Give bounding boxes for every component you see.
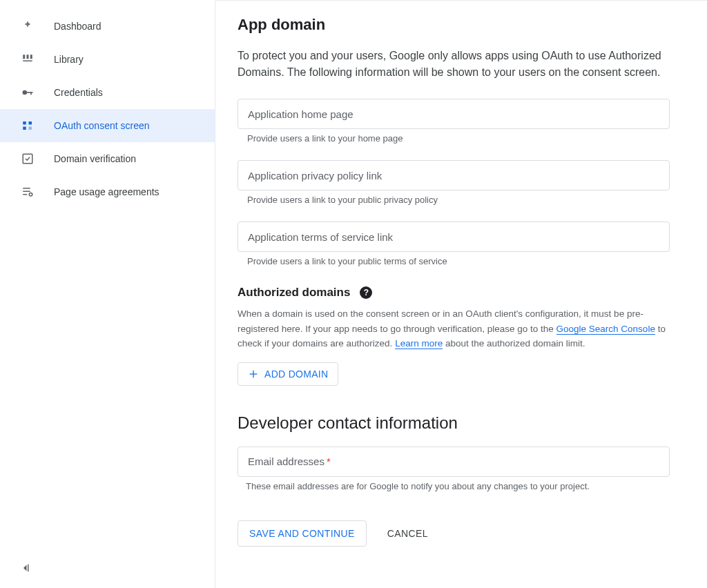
input-placeholder: Application terms of service link xyxy=(248,231,393,243)
svg-rect-16 xyxy=(28,565,29,572)
sidebar-item-label: Page usage agreements xyxy=(54,186,159,197)
chevron-left-icon xyxy=(19,562,32,574)
terms-of-service-link-input[interactable]: Application terms of service link xyxy=(238,222,670,252)
sidebar-item-label: Credentials xyxy=(54,87,103,98)
svg-point-4 xyxy=(23,90,28,95)
application-home-page-input[interactable]: Application home page xyxy=(238,99,670,129)
svg-rect-3 xyxy=(23,61,32,62)
google-search-console-link[interactable]: Google Search Console xyxy=(556,324,655,335)
sidebar-item-domain-verification[interactable]: Domain verification xyxy=(0,142,215,175)
add-domain-button[interactable]: ADD DOMAIN xyxy=(238,362,338,386)
save-and-continue-button[interactable]: SAVE AND CONTINUE xyxy=(238,520,367,547)
dashboard-icon xyxy=(21,19,35,33)
sidebar-item-dashboard[interactable]: Dashboard xyxy=(0,10,215,43)
sidebar-item-label: Library xyxy=(54,54,84,65)
svg-point-15 xyxy=(29,193,32,197)
home-page-helper: Provide users a link to your home page xyxy=(238,133,688,144)
library-icon xyxy=(21,52,35,66)
help-icon[interactable]: ? xyxy=(360,286,372,299)
email-helper: These email addresses are for Google to … xyxy=(238,481,688,491)
cancel-button[interactable]: CANCEL xyxy=(387,528,428,539)
key-icon xyxy=(21,86,35,99)
sidebar-item-label: Dashboard xyxy=(54,21,101,32)
svg-rect-10 xyxy=(29,127,32,130)
main-content: App domain To protect you and your users… xyxy=(215,0,707,588)
authorized-domains-description: When a domain is used on the consent scr… xyxy=(238,306,679,351)
svg-rect-0 xyxy=(23,55,25,59)
sidebar-item-label: OAuth consent screen xyxy=(54,120,150,131)
plus-icon xyxy=(248,369,259,380)
svg-rect-2 xyxy=(30,55,32,59)
input-placeholder: Email addresses xyxy=(248,455,325,467)
email-addresses-input[interactable]: Email addresses * xyxy=(238,447,670,477)
learn-more-link[interactable]: Learn more xyxy=(395,338,443,349)
domain-verification-icon xyxy=(21,152,35,166)
input-placeholder: Application privacy policy link xyxy=(248,170,382,182)
app-domain-heading: App domain xyxy=(238,16,688,34)
sidebar-item-library[interactable]: Library xyxy=(0,43,215,76)
required-asterisk: * xyxy=(327,455,331,467)
svg-rect-13 xyxy=(23,191,30,193)
developer-contact-heading: Developer contact information xyxy=(238,413,688,433)
svg-rect-6 xyxy=(30,92,32,95)
collapse-sidebar-button[interactable] xyxy=(19,562,32,574)
svg-rect-12 xyxy=(23,188,30,189)
svg-rect-5 xyxy=(26,92,32,93)
authorized-domains-heading: Authorized domains xyxy=(238,286,350,300)
svg-rect-8 xyxy=(29,121,32,125)
privacy-helper: Provide users a link to your public priv… xyxy=(238,195,688,205)
tos-helper: Provide users a link to your public term… xyxy=(238,256,688,266)
svg-rect-18 xyxy=(250,373,258,374)
privacy-policy-link-input[interactable]: Application privacy policy link xyxy=(238,160,670,190)
sidebar: Dashboard Library Credentials OAuth cons… xyxy=(0,0,215,588)
svg-rect-1 xyxy=(27,55,29,59)
svg-rect-14 xyxy=(23,194,27,195)
app-domain-description: To protect you and your users, Google on… xyxy=(238,48,666,81)
input-placeholder: Application home page xyxy=(248,108,354,120)
svg-rect-7 xyxy=(23,121,26,125)
sidebar-item-oauth-consent[interactable]: OAuth consent screen xyxy=(0,109,215,142)
add-domain-label: ADD DOMAIN xyxy=(264,369,328,380)
page-usage-icon xyxy=(21,185,35,199)
svg-rect-9 xyxy=(23,127,26,130)
sidebar-item-label: Domain verification xyxy=(54,153,136,164)
sidebar-item-page-usage[interactable]: Page usage agreements xyxy=(0,175,215,208)
consent-screen-icon xyxy=(21,119,35,133)
svg-rect-11 xyxy=(23,154,32,164)
sidebar-item-credentials[interactable]: Credentials xyxy=(0,76,215,109)
